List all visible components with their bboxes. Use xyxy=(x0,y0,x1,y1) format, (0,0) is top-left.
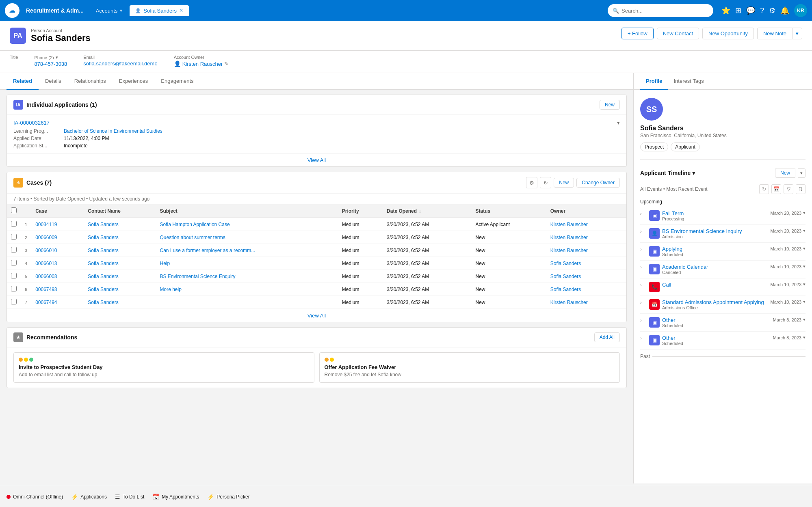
case-number[interactable]: 00067494 xyxy=(35,300,57,305)
tl-expand-icon[interactable]: › xyxy=(640,300,647,305)
cases-refresh-icon[interactable]: ↻ xyxy=(540,177,551,188)
nav-tab-sofia[interactable]: 👤 Sofia Sanders ✕ xyxy=(130,5,189,16)
timeline-title[interactable]: Applicant Timeline ▾ xyxy=(640,170,695,176)
new-note-button[interactable]: New Note xyxy=(757,28,792,39)
ia-new-button[interactable]: New xyxy=(600,100,620,110)
tag-applicant[interactable]: Applicant xyxy=(671,142,699,151)
case-owner[interactable]: Kirsten Rauscher xyxy=(550,222,588,227)
tl-sort-icon[interactable]: ⇅ xyxy=(796,184,806,194)
tab-experiences[interactable]: Experiences xyxy=(113,73,155,90)
col-priority[interactable]: Priority xyxy=(338,204,383,218)
tl-date-dropdown-icon[interactable]: ▾ xyxy=(803,282,806,287)
select-all-checkbox[interactable] xyxy=(11,207,17,213)
col-subject[interactable]: Subject xyxy=(156,204,338,218)
ia-view-all[interactable]: View All xyxy=(7,153,626,166)
tl-expand-icon[interactable]: › xyxy=(640,283,647,287)
case-number[interactable]: 00067493 xyxy=(35,287,57,292)
contact-name[interactable]: Sofia Sanders xyxy=(88,261,118,266)
tl-item-title[interactable]: BS Environmental Science Inquiry xyxy=(662,228,768,234)
contact-name[interactable]: Sofia Sanders xyxy=(88,248,118,253)
to-do-list-status[interactable]: ☰ To Do List xyxy=(115,494,144,500)
case-number[interactable]: 00066009 xyxy=(35,235,57,240)
search-bar[interactable]: 🔍 xyxy=(608,4,713,17)
case-subject[interactable]: Can I use a former employer as a recomm.… xyxy=(160,248,255,253)
tl-expand-icon[interactable]: › xyxy=(640,265,647,270)
tab-related[interactable]: Related xyxy=(6,73,39,90)
case-owner[interactable]: Kirsten Rauscher xyxy=(550,235,588,240)
case-owner[interactable]: Kirsten Rauscher xyxy=(550,300,588,305)
case-owner[interactable]: Sofia Sanders xyxy=(550,274,581,279)
tab-relationships[interactable]: Relationships xyxy=(68,73,113,90)
timeline-new-dropdown-icon[interactable]: ▾ xyxy=(798,168,806,178)
notifications-icon[interactable]: 🔔 xyxy=(780,6,789,15)
case-subject[interactable]: BS Environmental Science Enquiry xyxy=(160,274,235,279)
case-number[interactable]: 00066013 xyxy=(35,261,57,266)
tl-item-title[interactable]: Fall Term xyxy=(662,210,768,216)
tl-date-dropdown-icon[interactable]: ▾ xyxy=(803,299,806,304)
tl-item-title[interactable]: Academic Calendar xyxy=(662,264,768,270)
tl-expand-icon[interactable]: › xyxy=(640,229,647,234)
tl-calendar-icon[interactable]: 📅 xyxy=(771,184,781,194)
tab-engagements[interactable]: Engagements xyxy=(154,73,200,90)
tl-expand-icon[interactable]: › xyxy=(640,336,647,341)
tl-date-dropdown-icon[interactable]: ▾ xyxy=(803,210,806,216)
case-subject[interactable]: Help xyxy=(160,261,170,266)
ia-record-id[interactable]: IA-0000032617 xyxy=(13,120,50,126)
tl-item-title[interactable]: Other xyxy=(662,317,771,323)
tl-date-dropdown-icon[interactable]: ▾ xyxy=(803,335,806,340)
case-number[interactable]: 00066010 xyxy=(35,248,57,253)
cases-view-all[interactable]: View All xyxy=(7,309,626,322)
salesforce-logo[interactable]: ☁ xyxy=(5,3,19,18)
contact-name[interactable]: Sofia Sanders xyxy=(88,274,118,279)
omni-channel-status[interactable]: Omni-Channel (Offline) xyxy=(6,494,63,500)
case-owner[interactable]: Sofia Sanders xyxy=(550,287,581,292)
follow-button[interactable]: + Follow xyxy=(621,28,654,39)
tab-details[interactable]: Details xyxy=(39,73,68,90)
case-subject[interactable]: More help xyxy=(160,287,181,292)
row-checkbox[interactable] xyxy=(11,247,17,252)
row-checkbox[interactable] xyxy=(11,234,17,239)
tl-date-dropdown-icon[interactable]: ▾ xyxy=(803,246,806,251)
tl-expand-icon[interactable]: › xyxy=(640,318,647,323)
applications-status[interactable]: ⚡ Applications xyxy=(71,494,107,500)
contact-name[interactable]: Sofia Sanders xyxy=(88,235,118,240)
add-all-button[interactable]: Add All xyxy=(594,332,620,342)
help-icon[interactable]: ? xyxy=(760,6,764,15)
close-tab-icon[interactable]: ✕ xyxy=(179,8,183,13)
tl-item-title[interactable]: Other xyxy=(662,335,771,341)
email-value[interactable]: sofia.sanders@fakeemail.demo xyxy=(83,60,157,67)
ia-learning-prog-value[interactable]: Bachelor of Science in Environmental Stu… xyxy=(64,128,620,134)
phone-dropdown-icon[interactable]: ▾ xyxy=(56,55,58,60)
timeline-dropdown-icon[interactable]: ▾ xyxy=(692,170,695,176)
case-number[interactable]: 00034119 xyxy=(35,222,57,227)
col-date-opened[interactable]: Date Opened ↓ xyxy=(383,204,471,218)
case-subject[interactable]: Question about summer terms xyxy=(160,235,225,240)
tl-item-title[interactable]: Standard Admissions Appointment Applying xyxy=(662,299,768,305)
col-contact-name[interactable]: Contact Name xyxy=(84,204,156,218)
col-case[interactable]: Case xyxy=(31,204,84,218)
tl-date-dropdown-icon[interactable]: ▾ xyxy=(803,264,806,269)
row-checkbox[interactable] xyxy=(11,286,17,291)
search-input[interactable] xyxy=(621,8,708,14)
timeline-new-button[interactable]: New xyxy=(775,168,795,178)
persona-picker-status[interactable]: ⚡ Persona Picker xyxy=(207,494,249,500)
owner-name[interactable]: Kirsten Rauscher xyxy=(182,61,223,67)
my-appointments-status[interactable]: 📅 My Appointments xyxy=(152,494,199,500)
grid-icon[interactable]: ⊞ xyxy=(735,6,741,15)
accounts-dropdown-icon[interactable]: ▾ xyxy=(120,8,122,13)
tl-expand-icon[interactable]: › xyxy=(640,247,647,252)
nav-tab-accounts[interactable]: Accounts ▾ xyxy=(90,5,128,16)
owner-edit-icon[interactable]: ✎ xyxy=(224,61,228,67)
tl-refresh-icon[interactable]: ↻ xyxy=(759,184,769,194)
right-tab-profile[interactable]: Profile xyxy=(640,73,668,90)
cases-change-owner-button[interactable]: Change Owner xyxy=(576,178,620,188)
tl-date-dropdown-icon[interactable]: ▾ xyxy=(803,228,806,233)
contact-name[interactable]: Sofia Sanders xyxy=(88,222,118,227)
tl-date-dropdown-icon[interactable]: ▾ xyxy=(803,317,806,322)
col-status[interactable]: Status xyxy=(471,204,546,218)
case-subject[interactable]: Sofia Hampton Application Case xyxy=(160,222,230,227)
user-avatar[interactable]: KR xyxy=(794,4,807,17)
tag-prospect[interactable]: Prospect xyxy=(640,142,668,151)
tl-expand-icon[interactable]: › xyxy=(640,211,647,216)
cases-new-button[interactable]: New xyxy=(554,178,574,188)
